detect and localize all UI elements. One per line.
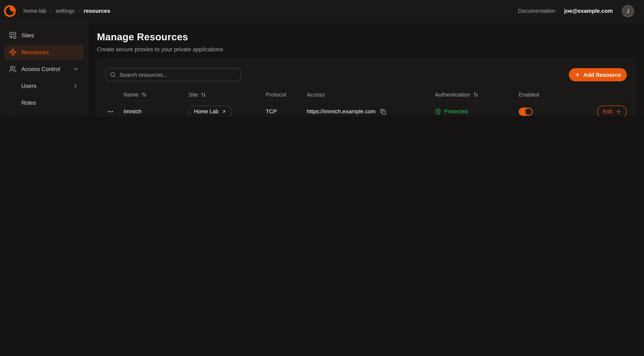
main-content: Manage Resources Create secure proxies t… [88,22,644,116]
sort-icon[interactable] [201,92,206,97]
page-subtitle: Create secure proxies to your private ap… [97,46,636,52]
sidebar-item-users[interactable]: Users [4,78,84,93]
breadcrumb-separator: › [50,8,52,14]
pangolin-logo-icon [4,5,16,17]
enabled-toggle[interactable] [519,108,533,116]
resources-card: Add Resource Name Site Protocol Access A… [97,60,636,116]
table-header: Name Site Protocol Access Authentication… [106,89,627,101]
top-bar: home-lab › settings › resources Document… [0,0,644,22]
link-icon [9,116,16,116]
sidebar-item-access-control[interactable]: Access Control [4,62,84,76]
site-link[interactable]: Home Lab [188,106,232,116]
header-site: Site [188,92,198,98]
chevron-down-icon [72,66,79,72]
sidebar-item-roles[interactable]: Roles [4,95,84,110]
avatar-initial: J [627,8,629,14]
breadcrumb-org[interactable]: home-lab [23,8,46,14]
site-name: Home Lab [194,108,218,115]
access-url: https://immich.example.com [307,108,376,115]
add-resource-label: Add Resource [584,72,621,78]
documentation-link[interactable]: Documentation [518,8,555,14]
table-row: Immich Home Lab TCP https://immich.examp… [106,101,627,116]
add-resource-button[interactable]: Add Resource [569,68,627,81]
sort-icon[interactable] [473,92,478,97]
auth-status: Protected [435,108,468,115]
auth-label: Protected [444,108,468,115]
breadcrumb: home-lab › settings › resources [23,8,110,14]
resources-table: Name Site Protocol Access Authentication… [106,89,627,116]
breadcrumb-current: resources [84,8,110,14]
plus-icon [575,72,580,78]
shield-check-icon [435,108,441,115]
arrow-up-right-icon [222,109,226,114]
header-name: Name [124,92,138,98]
user-avatar[interactable]: J [622,5,634,17]
arrow-right-icon [615,108,621,114]
search-icon [110,72,116,78]
header-authentication: Authentication [435,92,470,98]
sites-icon [9,32,16,39]
breadcrumb-section[interactable]: settings [56,8,75,14]
breadcrumb-separator: › [78,8,80,14]
user-email[interactable]: joe@example.com [564,8,613,14]
edit-label: Edit [603,108,612,115]
sidebar: Sites Resources Access Control [0,22,88,116]
header-protocol: Protocol [266,92,286,98]
edit-button[interactable]: Edit [597,106,627,116]
search-input[interactable] [106,68,241,81]
sort-icon[interactable] [141,92,146,97]
header-enabled: Enabled [519,92,539,98]
protocol: TCP [266,108,307,115]
header-access: Access [307,92,324,98]
sidebar-item-label: Sites [21,32,34,39]
sidebar-item-resources[interactable]: Resources [4,45,84,60]
resources-icon [9,48,16,56]
sidebar-item-label: Resources [21,49,49,56]
sidebar-item-label: Shareable Links [21,116,62,116]
sidebar-item-shareable-links[interactable]: Shareable Links [4,112,84,116]
resource-name: Immich [124,108,188,115]
page-title: Manage Resources [97,31,636,43]
sidebar-item-label: Roles [21,99,36,106]
copy-icon[interactable] [379,107,388,116]
chevron-right-icon [72,82,79,89]
row-menu-button[interactable] [106,106,115,116]
sidebar-item-sites[interactable]: Sites [4,28,84,43]
sidebar-item-label: Users [21,82,36,89]
app-window: home-lab › settings › resources Document… [0,0,644,116]
sidebar-item-label: Access Control [21,66,60,72]
users-icon [9,65,16,72]
